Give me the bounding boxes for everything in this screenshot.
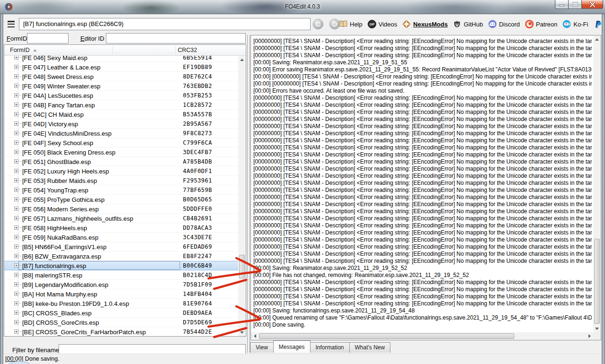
plugin-row[interactable]: +[B5] HN66Fo4_EarringsV1.esp6FEDAD69	[4, 242, 238, 251]
column-header-formid[interactable]: FormID	[10, 47, 37, 53]
plugin-row[interactable]: +[FE 049] Winter Sweater.esp763EBDB2	[4, 81, 238, 91]
log-horizontal-scrollbar-thumb[interactable]	[259, 333, 514, 339]
close-button[interactable]	[582, 0, 603, 9]
expand-icon[interactable]: +	[14, 320, 18, 324]
expand-icon[interactable]: +	[14, 282, 18, 286]
expand-icon[interactable]: +	[14, 254, 18, 258]
expand-icon[interactable]: +	[14, 244, 18, 249]
tree-scrollbar[interactable]	[238, 56, 246, 336]
expand-icon[interactable]: +	[14, 225, 18, 230]
expand-icon[interactable]: +	[14, 74, 18, 78]
log-line: [00000000] [TES4 \ SNAM - Description] <…	[253, 258, 592, 265]
scroll-down-button[interactable]	[238, 329, 246, 336]
expand-icon[interactable]: +	[14, 292, 18, 296]
plugin-row[interactable]: +[FE 04B] Fancy Tartan.esp1CB28572	[4, 100, 238, 110]
plugin-name: [FE 051] GhostBlade.esp	[22, 158, 91, 165]
plugin-row[interactable]: +[FE 04D] Victory.esp2B95A567	[4, 119, 238, 129]
plugin-row[interactable]: +[BE] CROSS_GoreCrits_FarHarborPatch.esp…	[4, 327, 238, 337]
back-button[interactable]	[313, 19, 323, 29]
expand-icon[interactable]: +	[14, 103, 18, 107]
expand-icon[interactable]: +	[14, 178, 18, 182]
plugin-row[interactable]: +[BD] CROSS_GoreCrits.espD7D5DE69	[4, 318, 238, 327]
plugin-row[interactable]: +[FE 04E] VindictusMiniDress.esp9F8C8273	[4, 129, 238, 138]
plugin-row[interactable]: +[FE 052] Luxury High Heels.esp4A0F0DF1	[4, 166, 238, 176]
expand-icon[interactable]: +	[14, 159, 18, 164]
crc32-value: 8DE762C4	[183, 73, 212, 80]
plugin-row[interactable]: +[FE 04C] CH Maid.espB53A557B	[4, 110, 238, 119]
expand-icon[interactable]: +	[14, 121, 18, 126]
expand-icon[interactable]: +	[14, 301, 18, 305]
scroll-right-button[interactable]	[586, 332, 593, 340]
expand-icon[interactable]: +	[14, 150, 18, 154]
expand-icon[interactable]: +	[14, 235, 18, 239]
expand-icon[interactable]: +	[14, 207, 18, 211]
plugin-row[interactable]: +[BC] CROSS_Blades.espDEBD9AEA	[4, 308, 238, 318]
plugin-row[interactable]: +[BB] keke-bu Preston.19FD9_1.0.4.esp81E…	[4, 299, 238, 308]
plugin-row[interactable]: +[FE 055] ProType Gothica.espB0D65D65	[4, 195, 238, 204]
plugin-row[interactable]: +[B6] BZW_Extravaganza.espEB8F2247	[4, 251, 238, 261]
expand-icon[interactable]: +	[14, 140, 18, 145]
link-ko-fi[interactable]: Ko-Fi	[562, 19, 588, 29]
link-videos[interactable]: GPVideos	[367, 19, 398, 29]
column-divider[interactable]	[112, 46, 113, 55]
plugin-row[interactable]: +[FE 047] Leather & Lace.espEF19DB89	[4, 62, 238, 72]
plugin-row[interactable]: +[B9] LegendaryModification.esp7D5B1F09	[4, 280, 238, 289]
plugin-row[interactable]: +[B7] functionalrings.espB00C6B49	[4, 261, 238, 270]
scroll-down-button[interactable]	[593, 325, 601, 332]
expand-icon[interactable]: +	[14, 112, 18, 116]
expand-icon[interactable]: +	[14, 329, 18, 334]
plugin-row[interactable]: +[FE 054] YoungTrap.esp77BF659B	[4, 185, 238, 195]
plugin-row[interactable]: +[FE 056] Modern Series.esp5DDDFFE0	[4, 204, 238, 214]
expand-icon[interactable]: +	[14, 311, 18, 315]
expand-icon[interactable]: +	[14, 93, 18, 97]
expand-icon[interactable]: +	[14, 55, 18, 60]
expand-icon[interactable]: +	[14, 84, 18, 88]
expand-icon[interactable]: +	[14, 131, 18, 135]
plugin-row[interactable]: +[FE 057] Lazmans_highheels_outfits.espC…	[4, 214, 238, 223]
tree-column-header[interactable]: FormID CRC32	[4, 45, 246, 56]
tab-view[interactable]: View	[250, 342, 274, 353]
column-header-crc32[interactable]: CRC32	[178, 47, 197, 53]
tab-information[interactable]: Information	[310, 342, 350, 353]
plugin-row[interactable]: +[FE 04A] LesSucettes.esp053FB253	[4, 91, 238, 100]
scroll-up-button[interactable]	[238, 56, 246, 63]
plugin-row[interactable]: +[FE 059] NukaRadBans.esp3C43DE7E	[4, 233, 238, 242]
scroll-left-button[interactable]	[251, 332, 259, 340]
formid-input[interactable]	[27, 33, 69, 43]
plugin-row[interactable]: +[FE 051] GhostBlade.espA785B4DB	[4, 157, 238, 166]
panel-splitter[interactable]	[247, 35, 250, 353]
log-line: [00:00] Error saving Reanimator.esp.save…	[253, 66, 592, 73]
link-help[interactable]: Help	[338, 19, 363, 29]
tab-messages[interactable]: Messages	[273, 340, 311, 353]
plugin-row[interactable]: +[FE 058] HighHeels.espDD78ACA3	[4, 223, 238, 233]
expand-icon[interactable]: +	[14, 197, 18, 201]
column-divider[interactable]	[175, 46, 176, 55]
log-vertical-scrollbar-thumb[interactable]	[594, 239, 600, 324]
expand-icon[interactable]: +	[14, 273, 18, 277]
plugin-row[interactable]: +[FE 053] Rubber Maids.espF2953961	[4, 176, 238, 185]
expand-icon[interactable]: +	[14, 188, 18, 192]
plugin-row[interactable]: +[BA] Hot Mama Murphy.esp14BFB404	[4, 289, 238, 299]
scroll-up-button[interactable]	[593, 35, 601, 43]
expand-icon[interactable]: +	[14, 169, 18, 173]
tree-scrollbar-thumb[interactable]	[239, 255, 245, 278]
expand-icon[interactable]: +	[14, 216, 18, 220]
link-patreon[interactable]: Patreon	[525, 19, 558, 29]
plugin-row[interactable]: +[B8] maleringSTR.espB0218C4D	[4, 270, 238, 280]
link-paypal[interactable]: PayPal	[593, 19, 602, 29]
filter-by-filename-input[interactable]	[59, 344, 246, 355]
link-github[interactable]: GitHub	[452, 19, 483, 29]
main-menu-icon[interactable]	[8, 21, 15, 27]
expand-icon[interactable]: +	[14, 65, 18, 69]
plugin-row[interactable]: +[FE 048] Sweet Dress.esp8DE762C4	[4, 72, 238, 81]
editorid-input[interactable]	[106, 33, 246, 43]
maximize-button[interactable]	[569, 0, 582, 9]
plugin-row[interactable]: +[FE 050] Black Evening Dress.esp3DEC4FB…	[4, 147, 238, 157]
minimize-button[interactable]	[555, 0, 569, 9]
link-nexusmods[interactable]: NexusMods	[402, 19, 448, 29]
plugin-selector-combobox[interactable]: [B7] functionalrings.esp (BEC266C9)	[19, 18, 311, 30]
plugin-row[interactable]: +[FE 04F] Sexy School.espC799F6CA	[4, 138, 238, 147]
link-discord[interactable]: Discord	[488, 19, 520, 29]
tab-what-s-new[interactable]: What's New	[349, 342, 391, 353]
expand-icon[interactable]: +	[14, 263, 18, 268]
